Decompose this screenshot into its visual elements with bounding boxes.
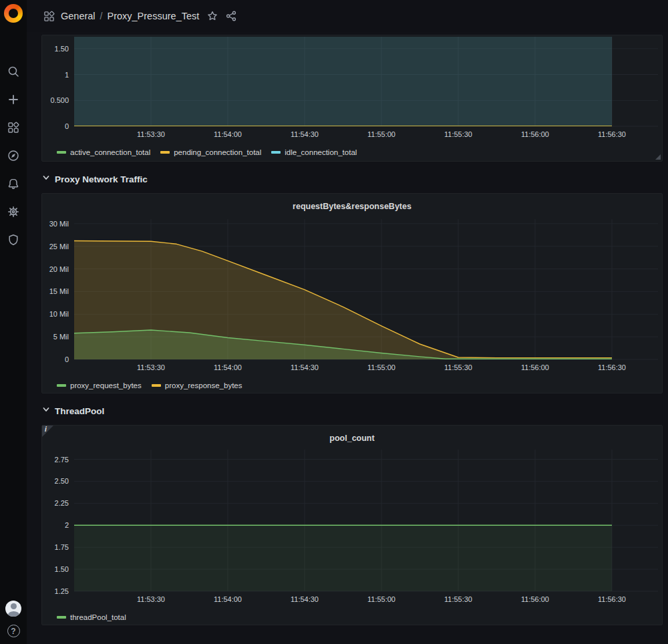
- svg-text:11:54:30: 11:54:30: [291, 363, 319, 371]
- panel-pool-count: i pool_count 1.251.501.7522.252.502.7511…: [41, 425, 663, 625]
- shield-icon: [7, 234, 19, 246]
- panel-title[interactable]: pool_count: [42, 431, 662, 446]
- pool-count-timeseries-chart[interactable]: 1.251.501.7522.252.502.7511:53:3011:54:0…: [42, 446, 663, 609]
- svg-text:2.25: 2.25: [55, 499, 69, 507]
- svg-text:11:53:30: 11:53:30: [137, 595, 165, 603]
- svg-text:11:54:30: 11:54:30: [291, 595, 319, 603]
- svg-text:2.50: 2.50: [55, 477, 69, 485]
- legend-item[interactable]: threadPool_total: [57, 613, 126, 621]
- svg-text:0: 0: [65, 122, 69, 130]
- svg-text:5 Mil: 5 Mil: [53, 333, 69, 341]
- svg-text:11:56:00: 11:56:00: [521, 595, 549, 603]
- sidebar-item-alerting[interactable]: [3, 173, 24, 194]
- search-icon: [7, 65, 20, 78]
- svg-text:11:56:00: 11:56:00: [521, 363, 549, 371]
- svg-text:11:55:00: 11:55:00: [367, 130, 395, 138]
- sidebar-item-explore[interactable]: [3, 145, 24, 166]
- help-icon[interactable]: ?: [7, 625, 20, 637]
- legend-label: proxy_response_bytes: [165, 381, 242, 389]
- svg-text:11:55:30: 11:55:30: [444, 130, 472, 138]
- legend-item[interactable]: active_connection_total: [57, 148, 150, 156]
- svg-text:11:56:30: 11:56:30: [598, 130, 626, 138]
- svg-text:11:53:30: 11:53:30: [137, 363, 165, 371]
- panel-info-corner[interactable]: [42, 426, 53, 437]
- svg-text:11:55:30: 11:55:30: [444, 363, 472, 371]
- svg-text:1.25: 1.25: [55, 587, 69, 595]
- compass-icon: [7, 150, 19, 162]
- row-label: ThreadPool: [55, 406, 104, 416]
- top-navbar: General / Proxy_Pressure_Test: [27, 0, 668, 32]
- dashboard-canvas: 00.50011.5011:53:3011:54:0011:54:3011:55…: [27, 32, 668, 644]
- sidebar-item-configuration[interactable]: [3, 201, 24, 222]
- breadcrumb-separator: /: [100, 11, 103, 21]
- series-color-swatch: [152, 384, 161, 387]
- sidebar-item-server-admin[interactable]: [3, 229, 24, 251]
- svg-text:11:54:00: 11:54:00: [214, 363, 242, 371]
- panel-connections: 00.50011.5011:53:3011:54:0011:54:3011:55…: [41, 35, 663, 162]
- legend-label: idle_connection_total: [285, 148, 357, 156]
- sidebar: ?: [0, 0, 27, 644]
- svg-text:10 Mil: 10 Mil: [49, 310, 69, 318]
- svg-text:11:53:30: 11:53:30: [137, 130, 165, 138]
- legend-item[interactable]: proxy_response_bytes: [152, 381, 242, 389]
- legend-label: proxy_request_bytes: [70, 381, 142, 389]
- svg-text:1.75: 1.75: [55, 543, 69, 551]
- star-icon: [207, 11, 218, 21]
- panel-legend: active_connection_total pending_connecti…: [42, 144, 662, 161]
- dashboards-grid-icon[interactable]: [43, 11, 55, 22]
- panel-legend: proxy_request_bytes proxy_response_bytes: [42, 377, 662, 394]
- legend-item[interactable]: proxy_request_bytes: [57, 381, 142, 389]
- svg-text:1.50: 1.50: [55, 45, 69, 53]
- panel-resize-handle[interactable]: [655, 154, 661, 160]
- svg-text:30 Mil: 30 Mil: [49, 220, 69, 228]
- svg-text:2: 2: [65, 521, 69, 529]
- breadcrumb-folder[interactable]: General: [61, 11, 96, 21]
- svg-text:11:54:00: 11:54:00: [214, 130, 242, 138]
- svg-text:11:56:30: 11:56:30: [598, 595, 626, 603]
- dashboards-grid-icon: [7, 122, 19, 134]
- svg-text:11:56:30: 11:56:30: [598, 363, 626, 371]
- svg-text:11:55:00: 11:55:00: [367, 595, 395, 603]
- row-toggle-threadpool[interactable]: ThreadPool: [41, 402, 663, 420]
- sidebar-item-search[interactable]: [3, 61, 24, 82]
- info-icon: i: [45, 426, 47, 433]
- svg-text:11:54:30: 11:54:30: [291, 130, 319, 138]
- row-label: Proxy Network Traffic: [55, 174, 148, 184]
- sidebar-item-dashboards[interactable]: [3, 117, 24, 138]
- series-color-swatch: [57, 616, 66, 619]
- svg-text:11:55:30: 11:55:30: [444, 595, 472, 603]
- user-avatar[interactable]: [5, 601, 21, 617]
- breadcrumb-dashboard-title[interactable]: Proxy_Pressure_Test: [107, 11, 199, 21]
- request-response-bytes-timeseries-chart[interactable]: 05 Mil10 Mil15 Mil20 Mil25 Mil30 Mil11:5…: [42, 214, 663, 377]
- svg-text:1: 1: [65, 71, 69, 79]
- connections-timeseries-chart[interactable]: 00.50011.5011:53:3011:54:0011:54:3011:55…: [42, 35, 663, 144]
- svg-text:0.500: 0.500: [50, 96, 69, 104]
- star-button[interactable]: [207, 11, 218, 21]
- svg-text:20 Mil: 20 Mil: [49, 265, 69, 273]
- svg-text:25 Mil: 25 Mil: [49, 243, 69, 251]
- panel-request-response-bytes: requestBytes&responseBytes 05 Mil10 Mil1…: [41, 193, 663, 393]
- plus-icon: [7, 94, 19, 106]
- svg-text:11:55:00: 11:55:00: [367, 363, 395, 371]
- series-color-swatch: [57, 151, 66, 154]
- share-icon: [226, 11, 236, 21]
- chevron-down-icon: [41, 405, 51, 417]
- sidebar-item-create[interactable]: [3, 89, 24, 110]
- chevron-down-icon: [41, 173, 51, 185]
- grafana-logo[interactable]: [4, 4, 23, 23]
- svg-text:0: 0: [65, 355, 69, 363]
- row-toggle-proxy-network-traffic[interactable]: Proxy Network Traffic: [41, 170, 663, 188]
- svg-text:11:56:00: 11:56:00: [521, 130, 549, 138]
- legend-item[interactable]: idle_connection_total: [271, 148, 357, 156]
- panel-title[interactable]: requestBytes&responseBytes: [42, 199, 662, 214]
- svg-text:2.75: 2.75: [55, 456, 69, 464]
- panel-legend: threadPool_total: [42, 609, 662, 626]
- gear-icon: [7, 206, 19, 218]
- svg-text:1.50: 1.50: [55, 565, 69, 573]
- share-button[interactable]: [226, 11, 236, 21]
- legend-item[interactable]: pending_connection_total: [160, 148, 261, 156]
- legend-label: pending_connection_total: [174, 148, 261, 156]
- series-color-swatch: [57, 384, 66, 387]
- legend-label: threadPool_total: [70, 613, 126, 621]
- legend-label: active_connection_total: [70, 148, 150, 156]
